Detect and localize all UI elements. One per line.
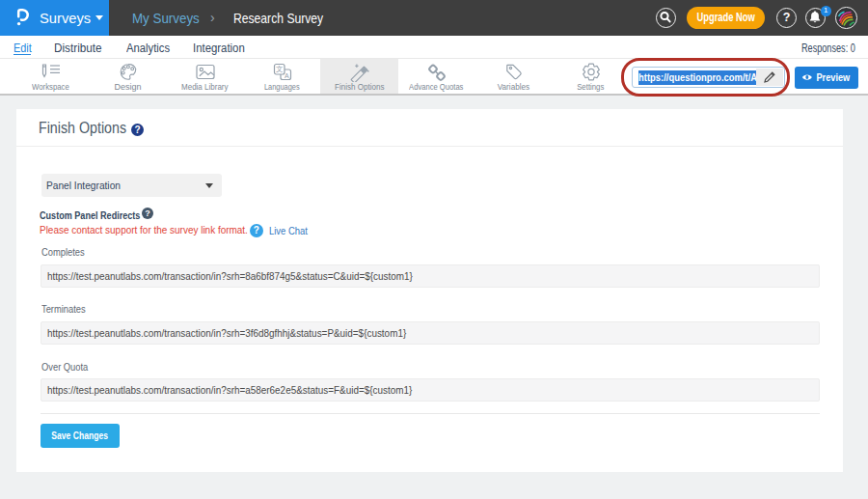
svg-text:文: 文 [275,65,283,73]
svg-text:A: A [284,72,288,79]
